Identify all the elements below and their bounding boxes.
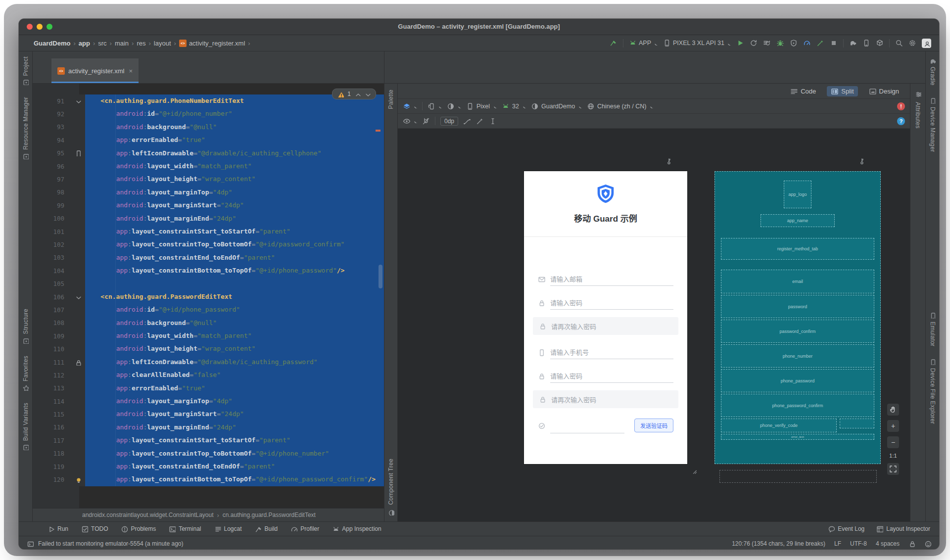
blueprint-box-send-code[interactable]	[840, 419, 874, 428]
code-line[interactable]: 109 android:layout_width="match_parent"	[33, 329, 384, 342]
code-line[interactable]: 95 app:leftIconDrawable="@drawable/ic_au…	[33, 147, 384, 160]
tool-window-button-emulator[interactable]: Emulator	[929, 312, 936, 346]
theme-selector[interactable]: GuardDemo	[531, 102, 582, 110]
blueprint-box-password[interactable]: password	[721, 295, 874, 318]
component-tree-icon[interactable]	[388, 509, 394, 515]
app-logo-shield-icon[interactable]	[524, 183, 687, 206]
blueprint-box-phone_verify_code[interactable]: phone_verify_code	[721, 419, 837, 432]
scrollbar-warning-mark[interactable]	[376, 130, 380, 132]
fold-gutter-icon[interactable]	[70, 290, 85, 303]
code-line[interactable]: 101 app:layout_constraintStart_toStartOf…	[33, 225, 384, 238]
code-line[interactable]: 110 android:layout_height="wrap_content"	[33, 342, 384, 355]
zoom-in-button[interactable]: +	[887, 420, 899, 432]
close-tab-icon[interactable]: ×	[129, 67, 133, 75]
view-options-eye-icon[interactable]	[403, 117, 417, 125]
form-field[interactable]: 请输入手机号	[538, 346, 673, 359]
fold-gutter-icon[interactable]	[70, 94, 85, 107]
code-line[interactable]: 92 android:id="@+id/phone_number"	[33, 107, 384, 120]
breadcrumb-item[interactable]: app	[79, 40, 90, 47]
code-editor[interactable]: 91 <cn.authing.guard.PhoneNumberEditText…	[33, 84, 384, 508]
tool-window-button-structure[interactable]: Structure	[22, 309, 29, 343]
unplaced-component-box[interactable]	[719, 470, 877, 483]
send-verification-code-button[interactable]: 发送验证码	[634, 419, 673, 432]
breadcrumb-item[interactable]: res	[137, 40, 145, 47]
tool-window-button-terminal[interactable]: Terminal	[169, 525, 201, 532]
code-line[interactable]: 118 app:layout_constraintTop_toBottomOf=…	[33, 447, 384, 460]
minimize-window-button[interactable]	[37, 24, 43, 30]
tool-window-button-layout-inspector[interactable]: Layout Inspector	[876, 525, 930, 532]
orientation-icon[interactable]	[428, 102, 442, 110]
attributes-label[interactable]: Attributes	[914, 102, 921, 129]
mode-code-button[interactable]: Code	[786, 86, 820, 96]
apply-changes-icon[interactable]	[750, 39, 758, 47]
tool-window-button-gradle[interactable]: Gradle	[929, 57, 936, 86]
lock-icon[interactable]	[908, 540, 915, 547]
profiler-button[interactable]	[803, 39, 811, 47]
code-line[interactable]: 119 app:layout_constraintEnd_toEndOf="pa…	[33, 460, 384, 473]
code-line[interactable]: 94 app:errorEnabled="true"	[33, 134, 384, 146]
breadcrumb-item[interactable]: main	[115, 40, 129, 47]
zoom-out-button[interactable]: −	[887, 436, 899, 448]
breadcrumb-item[interactable]: src	[98, 40, 106, 47]
blueprint-box-email[interactable]: email	[721, 270, 874, 293]
form-field[interactable]: 请输入密码	[538, 296, 673, 309]
filter-sliders-icon[interactable]	[915, 91, 921, 97]
tool-window-button-problems[interactable]: Problems	[121, 525, 156, 532]
tool-window-button-project[interactable]: Project	[22, 56, 29, 85]
inspection-widget[interactable]: 1	[332, 89, 376, 99]
form-field[interactable]: 请输入邮箱	[538, 273, 673, 285]
form-field[interactable]: 请再次输入密码	[533, 317, 678, 335]
mode-design-button[interactable]: Design	[865, 86, 903, 96]
device-for-preview-selector[interactable]: Pixel	[466, 102, 497, 110]
code-line[interactable]: 116 android:layout_marginEnd="24dp"	[33, 421, 384, 434]
device-gutter-icon[interactable]	[70, 147, 85, 160]
line-ending[interactable]: LF	[834, 540, 841, 547]
tool-window-button-build-variants[interactable]: Build Variants	[22, 403, 29, 450]
locale-selector[interactable]: Chinese (zh / CN)	[587, 102, 653, 110]
blueprint-box-app_name[interactable]: app_name	[760, 214, 835, 227]
debug-button[interactable]	[776, 39, 784, 47]
xml-breadcrumb-item[interactable]: androidx.constraintlayout.widget.Constra…	[82, 512, 214, 518]
lock-gutter-icon[interactable]	[70, 356, 85, 369]
blueprint-box-app_logo[interactable]: app_logo	[784, 181, 811, 208]
breadcrumb-item[interactable]: GuardDemo	[34, 40, 70, 47]
tool-window-button-run[interactable]: Run	[48, 525, 68, 532]
stop-button[interactable]	[830, 39, 838, 47]
code-line[interactable]: 103 app:layout_constraintEnd_toEndOf="pa…	[33, 251, 384, 264]
code-line[interactable]: 111 app:leftIconDrawable="@drawable/ic_a…	[33, 356, 384, 369]
tool-window-button-profiler[interactable]: Profiler	[290, 525, 319, 532]
close-window-button[interactable]	[27, 24, 33, 30]
blueprint-box-password_confirm[interactable]: password_confirm	[721, 320, 874, 343]
settings-gear-icon[interactable]	[908, 39, 916, 47]
build-hammer-icon[interactable]	[610, 39, 618, 47]
render-error-badge[interactable]: !	[897, 102, 905, 110]
code-line[interactable]: 104 app:layout_constraintBottom_toTopOf=…	[33, 264, 384, 277]
palette-label[interactable]: Palette	[387, 90, 394, 109]
pan-hand-button[interactable]	[887, 404, 899, 416]
code-line[interactable]: 120 app:layout_constraintBottom_toTopOf=…	[33, 473, 384, 486]
run-configuration-selector[interactable]: APP	[629, 39, 658, 47]
tool-window-button-device-manager[interactable]: Device Manager	[929, 97, 936, 152]
app-title[interactable]: 移动 Guard 示例	[524, 212, 687, 224]
resize-handle-icon[interactable]	[691, 468, 698, 475]
code-line[interactable]: 108 android:background="@null"	[33, 317, 384, 329]
feedback-smiley-icon[interactable]	[924, 540, 931, 547]
mode-split-button[interactable]: Split	[827, 86, 857, 96]
help-badge[interactable]: ?	[897, 117, 905, 125]
blueprint-box-error_text[interactable]: error_text	[721, 434, 874, 440]
form-field[interactable]: 请输入密码	[538, 370, 673, 382]
autoconnect-magnet-icon[interactable]	[422, 117, 430, 125]
breadcrumb-item[interactable]: <>activity_register.xml	[179, 40, 245, 47]
file-encoding[interactable]: UTF-8	[850, 540, 867, 547]
code-line[interactable]: 93 android:background="@null"	[33, 121, 384, 134]
next-warning-icon[interactable]	[364, 91, 371, 97]
xml-breadcrumb-item[interactable]: cn.authing.guard.PasswordEditText	[223, 512, 316, 518]
run-button[interactable]	[736, 39, 744, 47]
code-line[interactable]: 113 app:errorEnabled="true"	[33, 382, 384, 395]
device-manager-icon[interactable]	[862, 39, 870, 47]
previous-warning-icon[interactable]	[354, 91, 361, 97]
profile-low-overhead-icon[interactable]	[816, 39, 824, 47]
api-version-selector[interactable]: 32	[502, 102, 526, 110]
default-margin-selector[interactable]: 0dp	[440, 117, 458, 126]
code-line[interactable]: 115 android:layout_marginStart="24dp"	[33, 408, 384, 420]
